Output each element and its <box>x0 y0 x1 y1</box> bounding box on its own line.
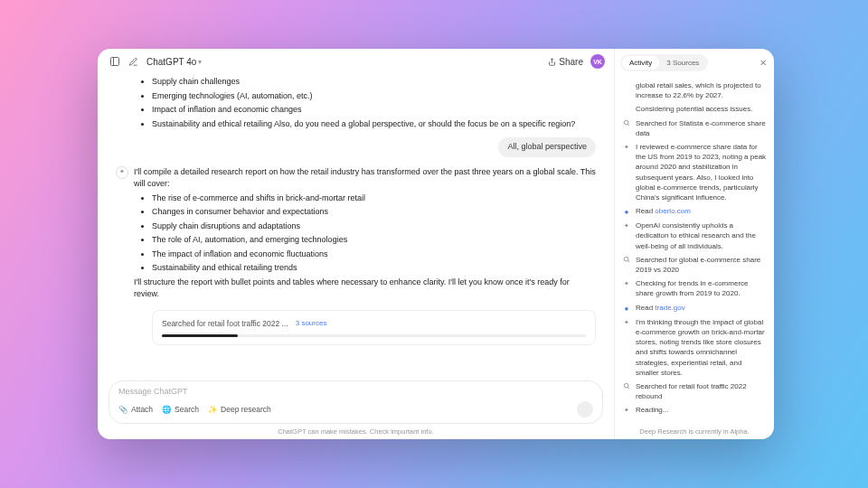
assistant-icon: ✦ <box>116 166 128 179</box>
attach-button[interactable]: 📎Attach <box>118 405 153 414</box>
progress-bar <box>162 334 586 337</box>
sidebar-toggle-icon[interactable] <box>107 53 123 70</box>
assistant-message: ✦ I'll compile a detailed research repor… <box>116 164 596 350</box>
activity-item: ✦I'm thinking through the impact of glob… <box>622 317 767 378</box>
search-button[interactable]: 🌐Search <box>162 405 199 414</box>
pre-bullets: Supply chain challenges Emerging technol… <box>134 76 596 130</box>
deep-research-button[interactable]: ✨Deep research <box>208 405 271 414</box>
activity-item: Searched for Statista e-commerce share d… <box>622 118 767 138</box>
activity-item: ✦Reading... <box>622 405 767 415</box>
tab-activity[interactable]: Activity <box>622 56 659 70</box>
chevron-down-icon[interactable]: ▾ <box>198 58 202 66</box>
search-icon <box>622 256 631 275</box>
user-message: All, global perspective <box>116 137 596 157</box>
activity-item: ✦I reviewed e-commerce share data for th… <box>622 142 767 202</box>
activity-item: ✦OpenAI consistently upholds a dedicatio… <box>622 221 767 251</box>
share-button[interactable]: Share <box>548 57 583 67</box>
activity-feed[interactable]: global retail sales, which is projected … <box>615 77 774 424</box>
think-icon: ✦ <box>622 143 631 202</box>
svg-point-3 <box>624 383 628 388</box>
activity-item: Considering potential access issues. <box>622 104 767 114</box>
composer[interactable]: Message ChatGPT 📎Attach 🌐Search ✨Deep re… <box>108 380 603 424</box>
think-icon: ✦ <box>622 318 631 378</box>
send-button[interactable] <box>577 401 593 418</box>
chat-scroll[interactable]: Supply chain challenges Emerging technol… <box>98 74 614 375</box>
status-text: Searched for retail foot traffic 2022 ..… <box>162 318 288 330</box>
composer-placeholder: Message ChatGPT <box>118 387 593 396</box>
paperclip-icon: 📎 <box>118 405 128 414</box>
sparkle-icon: ✨ <box>208 405 218 414</box>
activity-item: ●Read oberlo.com <box>622 206 767 217</box>
activity-link[interactable]: oberlo.com <box>655 207 691 215</box>
svg-rect-0 <box>111 58 119 66</box>
activity-panel: Activity 3 Sources ✕ global retail sales… <box>614 49 774 439</box>
read-icon: ● <box>622 207 631 217</box>
model-title[interactable]: ChatGPT 4o <box>146 57 196 67</box>
think-icon: ✦ <box>622 279 631 298</box>
status-sources[interactable]: 3 sources <box>296 318 327 329</box>
plan-bullets: The rise of e-commerce and shifts in bri… <box>134 192 596 275</box>
close-panel-button[interactable]: ✕ <box>758 58 769 68</box>
status-card[interactable]: Searched for retail foot traffic 2022 ..… <box>152 310 596 346</box>
read-icon: ● <box>622 304 631 314</box>
activity-item: Searched for retail foot traffic 2022 re… <box>622 381 767 401</box>
svg-point-2 <box>624 257 628 261</box>
search-icon <box>622 382 631 401</box>
svg-point-1 <box>624 120 628 125</box>
activity-item: global retail sales, which is projected … <box>622 80 767 100</box>
activity-link[interactable]: trade.gov <box>655 304 684 312</box>
activity-item: ✦Checking for trends in e-commerce share… <box>622 278 767 298</box>
footer-right: Deep Research is currently in Alpha. <box>615 424 774 439</box>
new-chat-icon[interactable] <box>125 53 141 70</box>
globe-icon: 🌐 <box>162 405 172 414</box>
think-icon: ✦ <box>622 406 631 415</box>
main-column: ChatGPT 4o ▾ Share VK Supply chain chall… <box>98 49 614 439</box>
think-icon: ✦ <box>622 221 631 251</box>
app-window: ChatGPT 4o ▾ Share VK Supply chain chall… <box>98 49 774 439</box>
panel-tabs: Activity 3 Sources <box>620 54 708 71</box>
-icon <box>622 81 631 100</box>
topbar: ChatGPT 4o ▾ Share VK <box>98 49 614 74</box>
avatar[interactable]: VK <box>590 54 605 69</box>
-icon <box>622 105 631 114</box>
search-icon <box>622 119 631 138</box>
activity-item: Searched for global e-commerce share 201… <box>622 255 767 275</box>
footer-left: ChatGPT can make mistakes. Check importa… <box>98 426 614 439</box>
tab-sources[interactable]: 3 Sources <box>659 56 706 70</box>
activity-item: ●Read trade.gov <box>622 303 767 314</box>
